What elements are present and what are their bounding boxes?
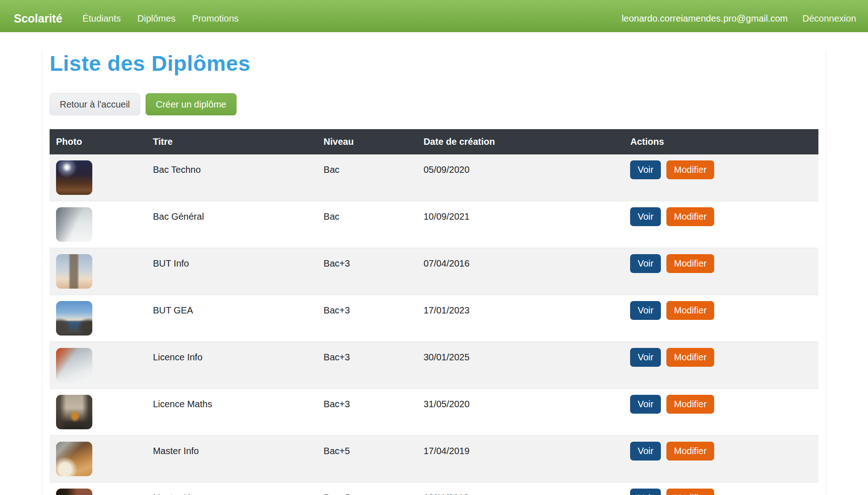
table-row: BUT Info Bac+3 07/04/2016 Voir Modifier xyxy=(50,248,818,295)
diploma-level: Bac xyxy=(317,154,417,201)
diploma-photo xyxy=(56,442,92,476)
diploma-date: 07/04/2016 xyxy=(417,248,624,295)
diploma-title: Master Info xyxy=(147,436,317,483)
diploma-date: 30/01/2025 xyxy=(417,342,624,389)
diploma-photo xyxy=(56,207,92,242)
view-button[interactable]: Voir xyxy=(630,442,660,461)
page-title: Liste des Diplômes xyxy=(50,51,818,76)
diploma-level: Bac+3 xyxy=(317,295,417,342)
edit-button[interactable]: Modifier xyxy=(666,254,714,273)
diploma-title: BUT Info xyxy=(147,248,317,295)
diploma-date: 17/01/2023 xyxy=(417,295,624,342)
table-row: Master IA Bac+5 18/11/2018 Voir Modifier xyxy=(50,483,818,495)
diploma-date: 18/11/2018 xyxy=(417,483,624,495)
diploma-title: Bac Général xyxy=(147,201,317,248)
diploma-photo xyxy=(56,489,92,495)
diploma-photo xyxy=(56,395,92,429)
column-header-titre: Titre xyxy=(147,129,317,154)
edit-button[interactable]: Modifier xyxy=(666,207,714,226)
edit-button[interactable]: Modifier xyxy=(666,348,714,367)
top-actions: Retour à l'accueil Créer un diplôme xyxy=(50,93,818,115)
diploma-date: 05/09/2020 xyxy=(417,154,624,201)
back-home-button[interactable]: Retour à l'accueil xyxy=(50,93,140,115)
diploma-photo xyxy=(56,160,92,195)
view-button[interactable]: Voir xyxy=(630,489,660,495)
view-button[interactable]: Voir xyxy=(630,348,660,367)
column-header-niveau: Niveau xyxy=(317,129,417,154)
table-row: BUT GEA Bac+3 17/01/2023 Voir Modifier xyxy=(50,295,818,342)
diploma-title: Master IA xyxy=(147,483,317,495)
edit-button[interactable]: Modifier xyxy=(666,301,714,320)
column-header-date: Date de création xyxy=(417,129,624,154)
nav-link-etudiants[interactable]: Étudiants xyxy=(83,13,121,24)
table-row: Licence Maths Bac+3 31/05/2020 Voir Modi… xyxy=(50,389,818,436)
diploma-title: BUT GEA xyxy=(147,295,317,342)
diploma-level: Bac+3 xyxy=(317,389,417,436)
diploma-level: Bac xyxy=(317,201,417,248)
diploma-photo xyxy=(56,254,92,289)
table-row: Licence Info Bac+3 30/01/2025 Voir Modif… xyxy=(50,342,818,389)
view-button[interactable]: Voir xyxy=(630,301,660,320)
edit-button[interactable]: Modifier xyxy=(666,160,714,179)
diploma-title: Licence Maths xyxy=(147,389,317,436)
table-header: Photo Titre Niveau Date de création Acti… xyxy=(50,129,818,154)
view-button[interactable]: Voir xyxy=(630,254,660,273)
diploma-level: Bac+3 xyxy=(317,342,417,389)
navbar: Scolarité Étudiants Diplômes Promotions … xyxy=(0,0,868,32)
user-email: leonardo.correiamendes.pro@gmail.com xyxy=(622,13,788,24)
diploma-photo xyxy=(56,348,92,382)
table-row: Bac Général Bac 10/09/2021 Voir Modifier xyxy=(50,201,818,248)
diploma-photo xyxy=(56,301,92,336)
nav-link-diplomes[interactable]: Diplômes xyxy=(137,13,175,24)
table-row: Bac Techno Bac 05/09/2020 Voir Modifier xyxy=(50,154,818,201)
diploma-level: Bac+5 xyxy=(317,436,417,483)
column-header-actions: Actions xyxy=(624,129,818,154)
diploma-date: 31/05/2020 xyxy=(417,389,624,436)
table-row: Master Info Bac+5 17/04/2019 Voir Modifi… xyxy=(50,436,818,483)
view-button[interactable]: Voir xyxy=(630,207,660,226)
diplomas-table: Photo Titre Niveau Date de création Acti… xyxy=(50,129,818,495)
create-diploma-button[interactable]: Créer un diplôme xyxy=(146,93,236,115)
diploma-title: Bac Techno xyxy=(147,154,317,201)
edit-button[interactable]: Modifier xyxy=(666,489,714,495)
diploma-level: Bac+5 xyxy=(317,483,417,495)
logout-link[interactable]: Déconnexion xyxy=(802,13,856,24)
view-button[interactable]: Voir xyxy=(630,395,660,414)
brand-link[interactable]: Scolarité xyxy=(14,12,62,25)
diploma-title: Licence Info xyxy=(147,342,317,389)
diploma-level: Bac+3 xyxy=(317,248,417,295)
diploma-date: 10/09/2021 xyxy=(417,201,624,248)
diploma-date: 17/04/2019 xyxy=(417,436,624,483)
view-button[interactable]: Voir xyxy=(630,160,660,179)
main-content: Liste des Diplômes Retour à l'accueil Cr… xyxy=(42,51,826,495)
edit-button[interactable]: Modifier xyxy=(666,395,714,414)
nav-link-promotions[interactable]: Promotions xyxy=(192,13,238,24)
column-header-photo: Photo xyxy=(50,129,147,154)
edit-button[interactable]: Modifier xyxy=(666,442,714,461)
